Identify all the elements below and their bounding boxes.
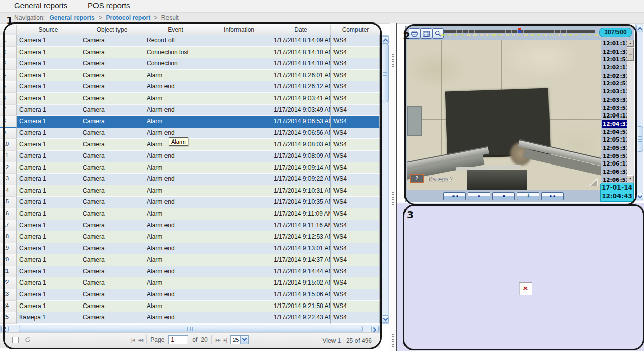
save-button[interactable] (420, 28, 432, 39)
table-row[interactable]: 17Camera 1CameraAlarm end1/17/2014 9:11:… (0, 220, 380, 232)
next-page-button[interactable]: ▸▸ (216, 335, 220, 344)
video-player-panel: 0001020304050607080910111213141516171819… (405, 26, 634, 202)
scroll-thumb[interactable] (19, 326, 363, 332)
table-row[interactable]: 2Camera 1CameraConnection lost1/17/2014 … (0, 47, 380, 59)
table-row[interactable]: 12Camera 1CameraAlarm1/17/2014 9:09:14 A… (0, 162, 380, 174)
breadcrumb-separator: > (99, 14, 102, 21)
cell-date: 1/17/2014 8:26:01 AM (271, 70, 331, 82)
scroll-thumb[interactable] (381, 44, 389, 102)
table-row[interactable]: 9Camera 1CameraAlarm end1/17/2014 9:06:5… (0, 128, 380, 139)
table-row[interactable]: 22Camera 1CameraAlarm1/17/2014 9:15:02 A… (0, 277, 380, 289)
cell-event: Record off (144, 35, 207, 47)
cell-information (207, 174, 271, 185)
timestamp-item[interactable]: 12:02:31 (602, 72, 627, 80)
timestamp-item[interactable]: 12:01:11 (602, 40, 627, 48)
cell-object-type: Camera (80, 277, 144, 289)
table-row[interactable]: 15Camera 1CameraAlarm end1/17/2014 9:10:… (0, 197, 380, 208)
column-header-event[interactable]: Event (144, 25, 207, 35)
timestamp-item[interactable]: 12:06:51 (602, 176, 627, 182)
playback-pause-button[interactable]: Ⅱ (517, 192, 539, 200)
page-number-input[interactable] (168, 335, 188, 344)
scroll-down-button[interactable]: ▼ (627, 175, 634, 182)
refresh-icon[interactable] (24, 336, 31, 343)
scroll-up-button[interactable]: ▲ (627, 40, 634, 47)
print-button[interactable] (409, 28, 420, 39)
table-row[interactable]: 18Camera 1CameraAlarm1/17/2014 9:12:53 A… (0, 231, 380, 243)
timestamp-item[interactable]: 12:02:51 (602, 80, 627, 88)
cell-object-type: Camera (80, 35, 144, 47)
column-header-source[interactable]: Source (17, 25, 80, 35)
table-row[interactable]: 24Camera 1CameraAlarm1/17/2014 9:21:58 A… (0, 301, 380, 313)
timestamp-item[interactable]: 12:01:31 (602, 48, 627, 56)
playback-fast-forward-button[interactable]: ►► (541, 192, 564, 200)
pane-splitter[interactable] (390, 23, 397, 351)
cell-computer: WS4 (331, 139, 380, 151)
table-row[interactable]: 6Camera 1CameraAlarm1/17/2014 9:03:41 AM… (0, 93, 380, 105)
scroll-thumb[interactable] (627, 48, 634, 61)
table-row[interactable]: 21Camera 1CameraAlarm end1/17/2014 9:14:… (0, 266, 380, 278)
table-row[interactable]: 14Camera 1CameraAlarm1/17/2014 9:10:31 A… (0, 185, 380, 197)
table-row[interactable]: 19Camera 1CameraAlarm end1/17/2014 9:13:… (0, 243, 380, 255)
playback-play-button[interactable]: ► (468, 192, 490, 200)
dropdown-button[interactable] (240, 336, 248, 344)
table-row[interactable]: 1Camera 1CameraRecord off1/17/2014 8:14:… (0, 35, 380, 47)
timestamp-item[interactable]: 12:04:31 (602, 120, 627, 128)
timestamp-item[interactable]: 12:03:11 (602, 88, 627, 96)
scroll-thumb[interactable] (636, 126, 643, 152)
scroll-up-button[interactable] (381, 36, 389, 44)
column-header-information[interactable]: Information (207, 25, 271, 35)
scroll-left-button[interactable] (1, 326, 9, 332)
timestamp-item[interactable]: 12:06:31 (602, 168, 627, 176)
cell-date: 1/17/2014 9:14:37 AM (271, 254, 331, 266)
playback-stop-button[interactable]: ■ (492, 192, 515, 200)
table-row[interactable]: 3Camera 1CameraConnection1/17/2014 8:14:… (0, 58, 380, 70)
columns-icon[interactable] (12, 337, 19, 343)
playback-rewind-button[interactable]: ◄◄ (443, 192, 466, 200)
cell-information (207, 312, 271, 324)
page-size-select[interactable]: 25 (230, 335, 249, 344)
timestamp-item[interactable]: 12:01:51 (602, 56, 627, 64)
table-row[interactable]: 5Camera 1CameraAlarm end1/17/2014 8:26:1… (0, 81, 380, 93)
cell-object-type: Camera (80, 58, 144, 70)
timestamp-item[interactable]: 12:05:11 (602, 136, 627, 144)
scroll-down-button[interactable] (636, 193, 643, 200)
timeline-hour-labels: 0001020304050607080910111213141516171819… (441, 33, 598, 37)
cell-source: Camera 1 (17, 243, 80, 255)
table-row[interactable]: 23Camera 1CameraAlarm end1/17/2014 9:15:… (0, 289, 380, 301)
table-row[interactable]: 8Camera 1CameraAlarm1/17/2014 9:06:53 AM… (0, 116, 380, 128)
first-page-button[interactable]: |◂ (131, 335, 134, 344)
timestamp-item[interactable]: 12:06:11 (602, 160, 627, 168)
table-row[interactable]: 20Camera 1CameraAlarm1/17/2014 9:14:37 A… (0, 254, 380, 266)
right-pane-scrollbar (635, 24, 643, 201)
cell-computer: WS4 (331, 81, 380, 93)
timestamp-item[interactable]: 12:05:51 (602, 152, 627, 160)
column-header-date[interactable]: Date (271, 25, 331, 35)
video-frame[interactable]: 2 Камера 2 (407, 40, 601, 190)
menu-general-reports[interactable]: General reports (14, 1, 67, 10)
scroll-right-button[interactable] (371, 326, 379, 332)
breadcrumb-link-general-reports[interactable]: General reports (49, 14, 94, 21)
table-row[interactable]: 11Camera 1CameraAlarm end1/17/2014 9:08:… (0, 151, 380, 162)
timestamp-item[interactable]: 12:02:11 (602, 64, 627, 72)
timestamp-item[interactable]: 12:04:51 (602, 128, 627, 136)
timestamp-item[interactable]: 12:03:51 (602, 104, 627, 112)
scroll-down-button[interactable] (381, 315, 389, 323)
table-row[interactable]: 25Камера 1CameraAlarm end1/17/2014 9:22:… (0, 312, 380, 324)
last-page-button[interactable]: ▸| (224, 335, 227, 344)
table-row[interactable]: 7Camera 1CameraAlarm end1/17/2014 9:03:4… (0, 105, 380, 116)
timestamp-item[interactable]: 12:03:31 (602, 96, 627, 104)
column-header-object-type[interactable]: Object type (80, 25, 144, 35)
scroll-up-button[interactable] (636, 25, 643, 32)
timestamp-item[interactable]: 12:05:31 (602, 144, 627, 152)
timestamp-item[interactable]: 12:04:11 (602, 112, 627, 120)
column-header-computer[interactable]: Computer (331, 25, 380, 35)
table-row[interactable]: 13Camera 1CameraAlarm end1/17/2014 9:09:… (0, 174, 380, 185)
table-row[interactable]: 10Camera 1CameraAlarm1/17/2014 9:08:03 A… (0, 139, 380, 151)
menu-pos-reports[interactable]: POS reports (88, 1, 130, 10)
table-row[interactable]: 16Camera 1CameraAlarm1/17/2014 9:11:09 A… (0, 208, 380, 220)
timeline-position-marker[interactable] (518, 28, 521, 33)
table-row[interactable]: 4Camera 1CameraAlarm1/17/2014 8:26:01 AM… (0, 70, 380, 82)
breadcrumb-link-protocol-report[interactable]: Protocol report (106, 14, 150, 21)
chevron-left-icon (3, 327, 8, 333)
prev-page-button[interactable]: ◂◂ (138, 335, 142, 344)
